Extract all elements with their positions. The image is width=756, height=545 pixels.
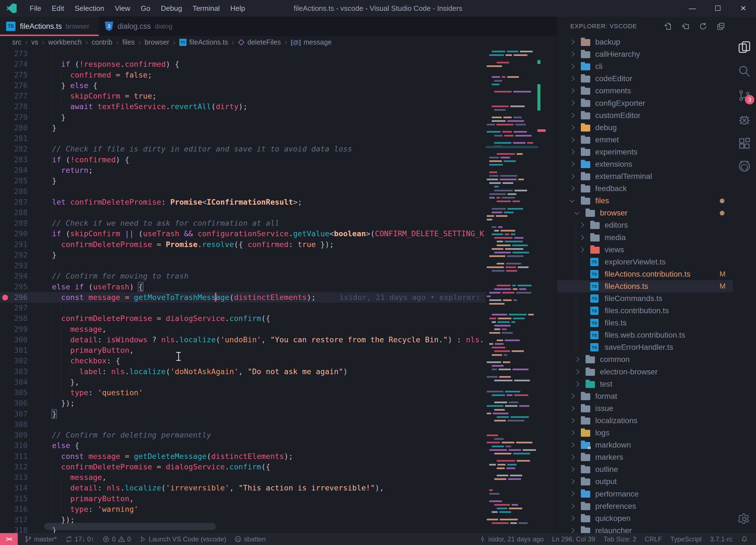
tree-item-comments[interactable]: comments xyxy=(557,85,733,97)
tree-item-outline[interactable]: outline xyxy=(557,463,733,476)
tree-item-debug[interactable]: debug xyxy=(557,121,733,134)
tree-item-views[interactable]: views xyxy=(557,244,733,256)
status-item-crlf[interactable]: CRLF xyxy=(641,533,666,545)
code-line-276[interactable]: 276} else { xyxy=(0,80,557,91)
code-line-282[interactable]: 282// Check if file is dirty in editor a… xyxy=(0,144,557,154)
code-line-283[interactable]: 283if (!confirmed) { xyxy=(0,154,557,165)
code-line-293[interactable]: 293 xyxy=(0,260,557,271)
tree-item-localizations[interactable]: localizations xyxy=(557,415,733,427)
explorer-activity-button[interactable] xyxy=(738,40,751,54)
status-item-3-7-1-rc[interactable]: 3.7.1-rc xyxy=(706,533,737,545)
code-line-309[interactable]: 309// Confirm for deleting permanently xyxy=(0,430,557,440)
tab-dialog.css[interactable]: 3dialog.cssdialog xyxy=(99,17,182,36)
tree-item-extensions[interactable]: extensions xyxy=(557,158,733,170)
code-line-278[interactable]: 278await textFileService.revertAll(dirty… xyxy=(0,101,557,112)
new-folder-button[interactable] xyxy=(681,22,690,30)
code-line-308[interactable]: 308 xyxy=(0,419,557,430)
search-activity-button[interactable] xyxy=(738,64,751,78)
code-line-280[interactable]: 280} xyxy=(0,123,557,133)
tree-item-performance[interactable]: performance xyxy=(557,488,733,500)
close-button[interactable]: ✕ xyxy=(731,0,756,17)
tree-item-format[interactable]: format xyxy=(557,390,733,402)
tree-item-media[interactable]: media xyxy=(557,231,733,244)
tree-item-electron-browser[interactable]: electron-browser xyxy=(557,366,733,378)
status-item-launch-vs-code-vscode-[interactable]: Launch VS Code (vscode) xyxy=(135,533,230,545)
menu-view[interactable]: View xyxy=(110,0,136,17)
status-item-sbatten[interactable]: sbatten xyxy=(230,533,270,545)
code-line-311[interactable]: 311const message = getDeleteMessage(dist… xyxy=(0,451,557,462)
tree-item-browser[interactable]: browser xyxy=(557,207,733,219)
source-control-activity-button[interactable]: 3 xyxy=(738,89,751,102)
menu-go[interactable]: Go xyxy=(136,0,156,17)
status-item-tab-size-2[interactable]: Tab Size: 2 xyxy=(599,533,641,545)
breadcrumb-item-vs[interactable]: vs xyxy=(31,38,38,46)
tree-item-markdown[interactable]: Mmarkdown xyxy=(557,439,733,451)
code-line-289[interactable]: 289// Check if we need to ask for confir… xyxy=(0,218,557,228)
tree-item-cli[interactable]: cli xyxy=(557,60,733,73)
code-line-275[interactable]: 275confirmed = false; xyxy=(0,70,557,80)
code-line-292[interactable]: 292} xyxy=(0,250,557,260)
code-line-312[interactable]: 312confirmDeletePromise = dialogService.… xyxy=(0,462,557,472)
new-file-button[interactable] xyxy=(664,22,672,30)
menu-edit[interactable]: Edit xyxy=(46,0,69,17)
code-line-304[interactable]: 304}, xyxy=(0,377,557,388)
tree-item-codeEditor[interactable]: codeEditor xyxy=(557,73,733,85)
breadcrumb-item-files[interactable]: files xyxy=(122,38,134,46)
tree-item-files.web.contribution.ts[interactable]: TSfiles.web.contribution.ts xyxy=(557,329,733,341)
tree-item-files.contribution.ts[interactable]: TSfiles.contribution.ts xyxy=(557,305,733,317)
breadcrumb-item-fileActions.ts[interactable]: TSfileActions.ts xyxy=(179,38,228,46)
code-line-297[interactable]: 297 xyxy=(0,303,557,313)
code-line-274[interactable]: 274if (!response.confirmed) { xyxy=(0,59,557,69)
code-line-315[interactable]: 315primaryButton, xyxy=(0,494,557,504)
tree-item-callHierarchy[interactable]: callHierarchy xyxy=(557,48,733,60)
menu-file[interactable]: File xyxy=(24,0,46,17)
code-line-277[interactable]: 277skipConfirm = true; xyxy=(0,91,557,101)
status-item-ln-296-col-39[interactable]: Ln 296, Col 39 xyxy=(548,533,599,545)
menu-selection[interactable]: Selection xyxy=(69,0,110,17)
tree-item-logs[interactable]: logs xyxy=(557,427,733,439)
horizontal-scrollbar[interactable] xyxy=(44,523,216,530)
code-line-286[interactable]: 286 xyxy=(0,186,557,197)
github-activity-button[interactable] xyxy=(738,159,751,173)
status-item-0[interactable]: 00 xyxy=(98,533,135,545)
tree-item-common[interactable]: common xyxy=(557,353,733,366)
code-line-291[interactable]: 291confirmDeletePromise = Promise.resolv… xyxy=(0,239,557,250)
tree-item-fileCommands.ts[interactable]: TSfileCommands.ts xyxy=(557,293,733,305)
breadcrumb-item-deleteFiles[interactable]: deleteFiles xyxy=(238,38,281,46)
tree-item-emmet[interactable]: emmet xyxy=(557,134,733,146)
code-line-290[interactable]: 290if (skipConfirm || (useTrash && confi… xyxy=(0,228,557,239)
breadcrumb-item-message[interactable]: [@]message xyxy=(291,38,332,46)
tree-item-backup[interactable]: backup xyxy=(557,36,733,48)
code-line-294[interactable]: 294// Confirm for moving to trash xyxy=(0,271,557,282)
breadcrumb-item-browser[interactable]: browser xyxy=(145,38,169,46)
menu-help[interactable]: Help xyxy=(225,0,250,17)
tree-item-saveErrorHandler.ts[interactable]: TSsaveErrorHandler.ts xyxy=(557,341,733,353)
code-line-314[interactable]: 314detail: nls.localize('irreversible', … xyxy=(0,483,557,493)
tree-item-files.ts[interactable]: TSfiles.ts xyxy=(557,317,733,329)
code-line-310[interactable]: 310else { xyxy=(0,440,557,451)
extensions-activity-button[interactable] xyxy=(738,137,751,150)
code-line-295[interactable]: 295else if (useTrash) { xyxy=(0,282,557,292)
minimize-button[interactable]: ― xyxy=(680,0,705,17)
debug-activity-button[interactable] xyxy=(738,113,751,126)
tree-item-quickopen[interactable]: quickopen xyxy=(557,512,733,525)
tree-item-explorerViewlet.ts[interactable]: TSexplorerViewlet.ts xyxy=(557,256,733,268)
status-item-isidor-21-days-ago[interactable]: isidor, 21 days ago xyxy=(475,533,548,545)
status-item-typescript[interactable]: TypeScript xyxy=(666,533,706,545)
tree-item-relauncher[interactable]: relauncher xyxy=(557,525,733,533)
code-line-285[interactable]: 285} xyxy=(0,175,557,186)
breadcrumb-item-contrib[interactable]: contrib xyxy=(92,38,112,46)
code-line-316[interactable]: 316type: 'warning' xyxy=(0,504,557,515)
tree-item-customEditor[interactable]: customEditor xyxy=(557,109,733,121)
tree-item-editors[interactable]: editors xyxy=(557,219,733,231)
code-editor[interactable]: 273274if (!response.confirmed) {275confi… xyxy=(0,48,557,533)
menu-terminal[interactable]: Terminal xyxy=(187,0,225,17)
code-line-305[interactable]: 305type: 'question' xyxy=(0,388,557,398)
status-item-17-0-[interactable]: 17↓ 0↑ xyxy=(61,533,99,545)
code-line-307[interactable]: 307} xyxy=(0,409,557,419)
code-line-302[interactable]: 302checkbox: { xyxy=(0,356,557,366)
tree-item-fileActions.ts[interactable]: TSfileActions.tsM xyxy=(557,280,733,293)
code-line-281[interactable]: 281 xyxy=(0,133,557,144)
code-line-301[interactable]: 301primaryButton, xyxy=(0,345,557,356)
code-line-306[interactable]: 306}); xyxy=(0,398,557,409)
